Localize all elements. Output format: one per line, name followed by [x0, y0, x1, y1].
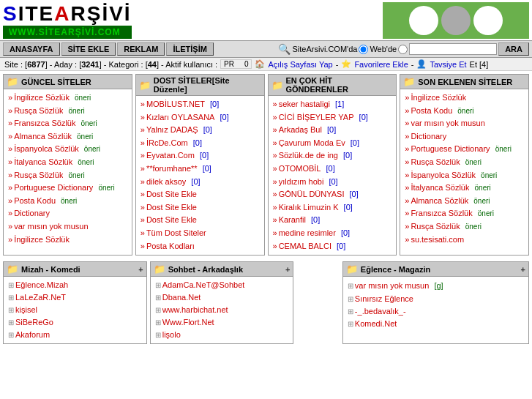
guncel-link-9[interactable]: Posta Kodu — [14, 195, 56, 207]
encok-link-7[interactable]: yıldızım hobi — [279, 176, 324, 188]
encok-link-4[interactable]: Çavurum Moda Ev — [279, 137, 345, 149]
nav-anasayfa[interactable]: ANASAYFA — [3, 42, 60, 56]
eglence-link-3[interactable]: -_.bedavalık_- — [355, 305, 406, 318]
cnt-9: [0] — [344, 201, 353, 215]
mizah-link-4[interactable]: SiBeReGo — [15, 316, 53, 329]
list-item: »Kiralık Limuzin K [0] — [273, 201, 392, 215]
son-link-11[interactable]: Rusça Sözlük — [411, 220, 460, 233]
arrow-icon: » — [273, 111, 277, 124]
arrow-icon: » — [405, 169, 409, 182]
dost-link-7[interactable]: dilek aksoy — [146, 176, 186, 188]
encok-link-6[interactable]: OTOMOBİL — [279, 163, 321, 175]
arrow-icon: » — [273, 137, 277, 150]
list-item: »CİCİ BİŞEYLER YAP [0] — [273, 111, 392, 124]
encok-link-12[interactable]: CEMAL BALCI — [279, 240, 331, 253]
guncel-link-6[interactable]: İtalyanca Sözlük — [14, 156, 72, 168]
son-link-8[interactable]: İtalyanca Sözlük — [411, 182, 469, 194]
encok-link-2[interactable]: CİCİ BİŞEYLER YAP — [279, 111, 354, 124]
mizah-link-5[interactable]: Akaforum — [15, 329, 50, 341]
list-item: »Almanca Sözlük öneri — [405, 195, 524, 208]
panel-son-body: »İngilizce Sözlük »Posta Kodu öneri »var… — [400, 89, 528, 248]
encok-link-9[interactable]: Kiralık Limuzin K — [279, 201, 339, 214]
guncel-link-1[interactable]: İngilizce Sözlük — [14, 92, 70, 104]
encok-link-8[interactable]: GÖNÜL DÜNYASI — [279, 188, 345, 201]
eglence-link-2[interactable]: Sınırsız Eğlence — [355, 293, 413, 305]
son-link-7[interactable]: İspanyolca Sözlük — [411, 169, 476, 182]
nav-site-ekle[interactable]: SİTE EKLE — [61, 42, 116, 56]
nav-reklam[interactable]: REKLAM — [117, 42, 165, 56]
panel-guncel-body: »İngilizce Sözlük öneri »Rusça Sözlük ön… — [4, 89, 132, 248]
sohbet-link-2[interactable]: Dbana.Net — [162, 291, 201, 304]
star-icon: ⭐ — [341, 59, 351, 69]
guncel-link-8[interactable]: Portuguese Dictionary — [14, 182, 93, 194]
guncel-link-7[interactable]: Rusça Sözlük — [14, 169, 63, 182]
list-item: »dilek aksoy [0] — [141, 176, 260, 189]
guncel-link-4[interactable]: Almanca Sözlük — [14, 130, 72, 143]
encok-link-11[interactable]: medine resimler — [279, 227, 336, 239]
panel-dost-title: DOST SİTELER[Site Düzenle] — [154, 76, 261, 94]
son-link-4[interactable]: Dictionary — [411, 130, 446, 143]
guncel-link-3[interactable]: Fransızca Sözlük — [14, 117, 75, 130]
panel-dost-header: 📁 DOST SİTELER[Site Düzenle] — [136, 75, 264, 96]
dost-link-11[interactable]: Tüm Dost Siteler — [146, 227, 206, 239]
sohbet-link-1[interactable]: AdamCa.NeT@Sohbet — [162, 279, 245, 291]
search-button[interactable]: ARA — [498, 42, 529, 56]
tavsiye-link[interactable]: Tavsiye Et — [430, 60, 466, 69]
guncel-link-11[interactable]: var mısın yok musun — [14, 220, 88, 233]
mizah-link-1[interactable]: Eğlence.Mizah — [15, 279, 68, 291]
nav-iletisim[interactable]: İLETİŞİM — [166, 42, 213, 56]
guncel-link-2[interactable]: Rusça Sözlük — [14, 105, 63, 117]
plus-icon-sohbet[interactable]: + — [285, 265, 290, 274]
eglence-link-1[interactable]: var mısın yok musun — [355, 280, 429, 292]
list-item: ⊞www.harbichat.net — [155, 304, 289, 316]
encok-link-10[interactable]: Karanfil — [279, 214, 306, 226]
person-icon: 👤 — [416, 59, 427, 69]
list-item: ⊞LaLeZaR.NeT — [8, 291, 142, 304]
arrow-icon: » — [8, 143, 12, 156]
son-link-6[interactable]: Rusça Sözlük — [411, 156, 460, 168]
mizah-link-3[interactable]: kişisel — [15, 304, 37, 316]
encok-link-5[interactable]: Sözlük.de de ing — [279, 149, 338, 162]
sohbet-link-5[interactable]: lişolo — [162, 329, 181, 341]
acilis-link[interactable]: Açılış Sayfası Yap — [268, 60, 332, 69]
favori-link[interactable]: Favorilere Ekle — [354, 60, 408, 69]
dost-link-12[interactable]: Posta Kodları — [146, 240, 195, 253]
mizah-link-2[interactable]: LaLeZaR.NeT — [15, 291, 66, 304]
dost-link-6[interactable]: **forumhane** — [146, 163, 198, 175]
search-radio-site[interactable] — [359, 45, 368, 54]
dost-link-2[interactable]: Kızları OYLASANA — [146, 111, 215, 124]
list-item: ⊞-_.bedavalık_- — [348, 305, 524, 318]
list-item: »İtalyanca Sözlük öneri — [405, 182, 524, 195]
list-item: »Karanfil [0] — [273, 214, 392, 227]
dost-link-9[interactable]: Dost Site Ekle — [146, 201, 197, 214]
sohbet-link-3[interactable]: www.harbichat.net — [162, 304, 228, 316]
dost-link-4[interactable]: İRcDe.Com — [146, 137, 188, 149]
hint-son-6: öneri — [465, 157, 482, 168]
son-link-10[interactable]: Fransızca Sözlük — [411, 207, 472, 220]
encok-link-3[interactable]: Arkadaş Bul — [279, 124, 322, 136]
dost-link-8[interactable]: Dost Site Ekle — [146, 188, 197, 201]
guncel-link-5[interactable]: İspanyolca Sözlük — [14, 143, 79, 155]
panel-son-header: 📁 SON EKLENEN SİTELER — [400, 75, 528, 89]
son-link-12[interactable]: su.tesisati.com — [411, 234, 464, 246]
search-radio-web[interactable] — [398, 45, 408, 54]
son-link-5[interactable]: Portuguese Dictionary — [411, 143, 490, 155]
plus-icon-mizah[interactable]: + — [138, 265, 143, 274]
sohbet-link-4[interactable]: Www.Flort.Net — [162, 316, 214, 329]
encok-link-1[interactable]: seker hastaligi — [279, 98, 330, 111]
son-link-1[interactable]: İngilizce Sözlük — [411, 92, 466, 104]
son-link-2[interactable]: Posta Kodu — [411, 105, 452, 117]
guncel-link-12[interactable]: İngilizce Sözlük — [14, 234, 70, 246]
panel-mizah-title: Mizah - Komedi — [21, 265, 80, 274]
dost-link-3[interactable]: Yalnız DADAŞ — [146, 124, 198, 136]
dost-link-1[interactable]: MOBİLUST.NET — [146, 98, 205, 111]
dost-link-10[interactable]: Dost Site Ekle — [146, 214, 197, 226]
dost-link-5[interactable]: Eyvatan.Com — [146, 149, 195, 162]
guncel-link-10[interactable]: Dictionary — [14, 207, 50, 220]
son-link-9[interactable]: Almanca Sözlük — [411, 195, 468, 207]
plus-icon-eglence[interactable]: + — [521, 265, 525, 274]
eglence-link-4[interactable]: Komedi.Net — [355, 318, 397, 330]
search-input[interactable] — [409, 43, 497, 55]
son-link-3[interactable]: var mısın yok musun — [411, 117, 484, 130]
panel-dost-body: »MOBİLUST.NET [0] »Kızları OYLASANA [0] … — [136, 96, 264, 255]
